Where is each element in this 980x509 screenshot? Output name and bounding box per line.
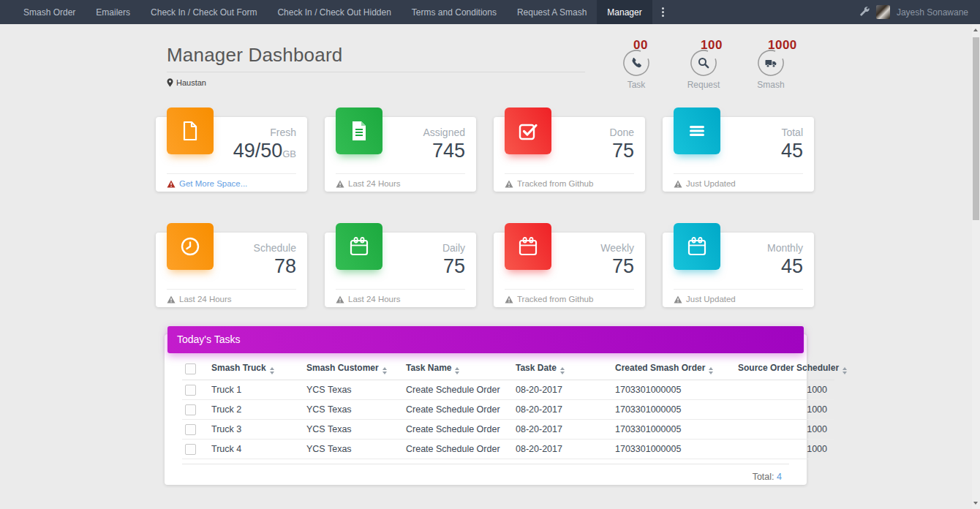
col-header-smash-truck[interactable]: Smash Truck xyxy=(208,358,304,380)
cell-source-order-scheduler: 1000 xyxy=(735,400,834,420)
total-value[interactable]: 4 xyxy=(777,472,782,482)
file-icon xyxy=(167,108,214,154)
cell-smash-truck: Truck 2 xyxy=(208,400,304,420)
nav-menu: Smash Order Emailers Check In / Check Ou… xyxy=(13,0,674,24)
sort-icon[interactable] xyxy=(560,367,565,374)
document-icon xyxy=(336,108,382,154)
cell-created-smash-order: 1703301000005 xyxy=(612,440,735,459)
table-row: Truck 2 YCS Texas Create Schedule Order … xyxy=(182,400,834,420)
sort-icon[interactable] xyxy=(270,367,274,374)
stat-value: 78 xyxy=(274,255,296,278)
col-header-source-order-scheduler[interactable]: Source Order Scheduler xyxy=(735,358,834,380)
cell-task-date: 08-20-2017 xyxy=(513,420,612,440)
cell-task-date: 08-20-2017 xyxy=(513,380,612,400)
stats-row-2: Schedule 78 Last 24 Hours Daily 75 xyxy=(156,233,814,307)
calendar-icon xyxy=(674,223,720,270)
nav-item-request-a-smash[interactable]: Request A Smash xyxy=(507,0,597,24)
nav-item-emailers[interactable]: Emailers xyxy=(86,0,140,24)
scroll-down-arrow[interactable] xyxy=(973,502,978,505)
badge-request[interactable]: 100 Request xyxy=(683,49,724,90)
cell-smash-truck: Truck 4 xyxy=(208,440,304,459)
stat-label: Total xyxy=(781,127,803,138)
location: Haustan xyxy=(167,78,585,88)
nav-item-smash-order[interactable]: Smash Order xyxy=(13,0,86,24)
badge-ring xyxy=(757,49,785,77)
stat-label: Done xyxy=(610,127,634,138)
cell-created-smash-order: 1703301000005 xyxy=(612,420,735,440)
phone-icon xyxy=(630,57,642,69)
user-name[interactable]: Jayesh Sonawane xyxy=(897,7,968,18)
row-checkbox[interactable] xyxy=(185,424,196,435)
row-checkbox[interactable] xyxy=(185,404,196,415)
cell-task-name: Create Schedule Order xyxy=(403,420,513,440)
get-more-space-link[interactable]: Get More Space... xyxy=(167,179,247,188)
nav-item-terms-conditions[interactable]: Terms and Conditions xyxy=(402,0,507,24)
card-divider xyxy=(167,173,296,174)
select-all-checkbox[interactable] xyxy=(185,363,196,374)
card-divider xyxy=(674,289,803,290)
cell-task-name: Create Schedule Order xyxy=(403,440,513,459)
nav-item-manager[interactable]: Manager xyxy=(597,0,652,24)
stat-footer: Last 24 Hours xyxy=(336,295,401,303)
stat-footer: Tracked from Github xyxy=(505,179,593,188)
col-header-created-smash-order[interactable]: Created Smash Order xyxy=(612,358,735,380)
truck-icon xyxy=(765,57,777,69)
panel-title: Today's Tasks xyxy=(177,333,240,345)
warning-icon xyxy=(674,295,682,303)
stat-label: Schedule xyxy=(254,242,296,254)
total-label: Total: xyxy=(753,472,774,482)
todays-tasks-panel: Today's Tasks Smash Truck Smash Customer… xyxy=(165,334,807,485)
sort-icon[interactable] xyxy=(455,367,459,374)
warning-icon xyxy=(336,180,344,188)
cell-source-order-scheduler: 1000 xyxy=(735,420,834,440)
scroll-thumb[interactable] xyxy=(973,37,979,220)
card-divider xyxy=(674,173,803,174)
stats-row-1: Fresh 49/50GB Get More Space... Assigned… xyxy=(156,117,814,192)
warning-icon xyxy=(505,295,513,303)
cell-task-date: 08-20-2017 xyxy=(513,400,612,420)
stat-card-weekly: Weekly 75 Tracked from Github xyxy=(494,233,645,307)
col-header-task-name[interactable]: Task Name xyxy=(403,358,513,380)
warning-icon xyxy=(336,295,344,303)
top-navbar: Smash Order Emailers Check In / Check Ou… xyxy=(0,0,980,24)
title-divider xyxy=(167,72,585,72)
table-row: Truck 1 YCS Texas Create Schedule Order … xyxy=(182,380,834,400)
stat-label: Daily xyxy=(442,242,465,254)
stat-value: 75 xyxy=(443,255,465,278)
stat-label: Weekly xyxy=(600,242,634,254)
sort-icon[interactable] xyxy=(709,367,713,374)
user-avatar[interactable] xyxy=(876,5,890,19)
stat-card-total: Total 45 Just Updated xyxy=(663,117,814,192)
nav-item-check-in-out-hidden[interactable]: Check In / Check Out Hidden xyxy=(267,0,401,24)
table-row: Truck 3 YCS Texas Create Schedule Order … xyxy=(182,420,834,440)
badge-label: Task xyxy=(627,80,646,90)
stat-value: 745 xyxy=(432,140,465,162)
tasks-table: Smash Truck Smash Customer Task Name Tas… xyxy=(182,358,834,459)
badge-label: Request xyxy=(687,80,720,90)
scroll-up-arrow[interactable] xyxy=(973,29,978,31)
stat-label: Assigned xyxy=(423,127,465,138)
col-header-smash-customer[interactable]: Smash Customer xyxy=(304,358,403,380)
stat-value: 75 xyxy=(612,140,634,162)
badge-smash[interactable]: 1000 Smash xyxy=(750,49,791,90)
stat-label: Monthly xyxy=(767,242,803,254)
col-header-task-date[interactable]: Task Date xyxy=(513,358,612,380)
stat-card-monthly: Monthly 45 Just Updated xyxy=(663,233,814,307)
cell-smash-customer: YCS Texas xyxy=(304,420,403,440)
row-checkbox[interactable] xyxy=(185,444,196,455)
stat-card-assigned: Assigned 745 Last 24 Hours xyxy=(325,117,476,192)
more-options-button[interactable] xyxy=(652,0,674,24)
warning-icon xyxy=(167,180,176,188)
vertical-scrollbar[interactable] xyxy=(972,24,980,509)
cell-smash-truck: Truck 1 xyxy=(208,380,304,400)
card-divider xyxy=(336,173,465,174)
badge-task[interactable]: 00 Task xyxy=(616,49,657,90)
sort-icon[interactable] xyxy=(843,367,847,374)
nav-user-area: Jayesh Sonawane xyxy=(859,0,980,24)
row-checkbox[interactable] xyxy=(185,385,196,396)
cell-source-order-scheduler: 1000 xyxy=(735,380,834,400)
wrench-icon[interactable] xyxy=(859,5,870,19)
sort-icon[interactable] xyxy=(382,367,387,374)
nav-item-check-in-out-form[interactable]: Check In / Check Out Form xyxy=(140,0,267,24)
stat-footer: Last 24 Hours xyxy=(167,295,232,303)
